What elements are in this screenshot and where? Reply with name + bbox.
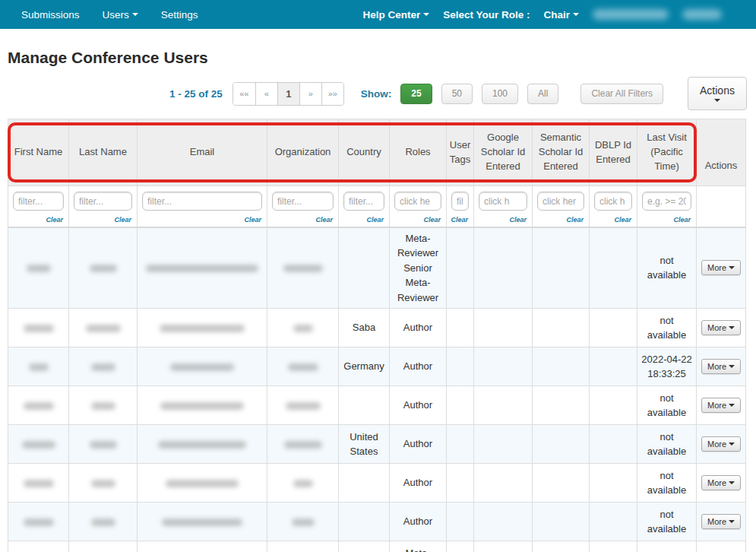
redacted-nav-item[interactable] xyxy=(593,9,669,20)
cell-last-visit: not available xyxy=(637,309,697,347)
more-dropdown-button[interactable]: More xyxy=(701,475,741,490)
clear-filter-link[interactable]: Clear xyxy=(673,216,691,224)
header-row: First Name Last Name Email Organization … xyxy=(8,119,746,186)
redacted-text xyxy=(91,402,115,410)
more-dropdown-button[interactable]: More xyxy=(701,359,741,374)
clear-filter-link[interactable]: Clear xyxy=(366,216,384,224)
email-filter-input[interactable] xyxy=(142,192,262,211)
col-header-user-tags: User Tags xyxy=(447,119,474,186)
cell-first-name xyxy=(8,541,69,552)
redacted-text xyxy=(162,519,242,526)
page-next-button[interactable]: » xyxy=(299,83,321,105)
cell-dblp xyxy=(590,227,637,309)
cell-google-scholar xyxy=(474,541,533,552)
cell-email xyxy=(138,464,267,503)
clear-filter-link[interactable]: Clear xyxy=(614,216,631,224)
col-header-organization: Organization xyxy=(267,119,339,186)
chevron-down-icon xyxy=(132,13,138,16)
select-role-label: Select Your Role : xyxy=(443,9,530,21)
cell-first-name xyxy=(8,309,69,347)
redacted-text xyxy=(158,441,246,449)
clear-filter-link[interactable]: Clear xyxy=(451,216,468,224)
page-last-button[interactable]: »» xyxy=(321,83,343,105)
cell-country xyxy=(339,503,390,541)
google-scholar-filter-input[interactable] xyxy=(479,192,527,211)
chevron-down-icon xyxy=(729,365,735,368)
chevron-down-icon xyxy=(729,266,735,269)
cell-semantic-scholar xyxy=(533,464,590,503)
redacted-text xyxy=(24,325,54,332)
redacted-text xyxy=(24,402,54,410)
more-dropdown-button[interactable]: More xyxy=(701,514,741,529)
last-name-filter-input[interactable] xyxy=(74,192,132,211)
table-row: Saba Author not available More xyxy=(8,309,746,347)
semantic-scholar-filter-input[interactable] xyxy=(537,192,584,211)
page-size-25-button[interactable]: 25 xyxy=(400,84,432,104)
navbar-right: Help Center Select Your Role : Chair xyxy=(362,9,756,21)
clear-filter-link[interactable]: Clear xyxy=(566,216,584,224)
clear-filter-link[interactable]: Clear xyxy=(315,216,333,224)
redacted-text xyxy=(166,480,239,487)
top-navbar: Submissions Users Settings Help Center S… xyxy=(0,0,756,29)
cell-email xyxy=(138,309,267,347)
col-header-country: Country xyxy=(339,119,390,186)
redacted-text xyxy=(86,325,121,332)
actions-dropdown-button[interactable]: Actions xyxy=(688,77,747,110)
page-size-50-button[interactable]: 50 xyxy=(441,84,473,104)
clear-filter-link[interactable]: Clear xyxy=(423,216,441,224)
cell-user-tags xyxy=(447,464,474,503)
page-number-button[interactable]: 1 xyxy=(277,83,299,105)
more-dropdown-button[interactable]: More xyxy=(701,398,741,413)
cell-google-scholar xyxy=(474,464,533,503)
chevron-down-icon xyxy=(573,13,579,16)
nav-submissions[interactable]: Submissions xyxy=(21,9,80,21)
clear-all-filters-button[interactable]: Clear All Filters xyxy=(580,84,663,104)
page-first-button[interactable]: «« xyxy=(233,83,255,105)
toolbar: 1 - 25 of 25 «« « 1 » »» Show: 25 50 100… xyxy=(0,76,756,111)
more-dropdown-button[interactable]: More xyxy=(701,436,741,452)
nav-settings[interactable]: Settings xyxy=(161,9,198,21)
redacted-text xyxy=(90,441,117,449)
clear-filter-link[interactable]: Clear xyxy=(244,216,261,224)
more-dropdown-button[interactable]: More xyxy=(701,320,741,335)
page-size-100-button[interactable]: 100 xyxy=(482,84,518,104)
filter-cell-google-scholar: Clear xyxy=(474,186,533,227)
page-size-all-button[interactable]: All xyxy=(527,84,558,104)
nav-role-chair[interactable]: Chair xyxy=(543,9,579,21)
organization-filter-input[interactable] xyxy=(272,192,334,211)
page-prev-button[interactable]: « xyxy=(255,83,277,105)
roles-filter-input[interactable] xyxy=(394,192,441,211)
cell-actions: More xyxy=(697,347,746,386)
country-filter-input[interactable] xyxy=(343,192,384,211)
clear-filter-link[interactable]: Clear xyxy=(114,216,131,224)
more-dropdown-button[interactable]: More xyxy=(701,260,741,275)
table-row: Author not available More xyxy=(8,386,746,425)
clear-filter-link[interactable]: Clear xyxy=(46,216,63,224)
chevron-down-icon xyxy=(423,13,429,16)
clear-filter-link[interactable]: Clear xyxy=(509,216,527,224)
table-row: Author not available More xyxy=(8,464,746,503)
redacted-text xyxy=(293,480,313,487)
first-name-filter-input[interactable] xyxy=(13,192,64,211)
chevron-down-icon xyxy=(729,404,735,407)
cell-last-visit: not available xyxy=(637,386,697,425)
last-visit-filter-input[interactable] xyxy=(642,192,691,211)
cell-semantic-scholar xyxy=(533,503,590,541)
cell-user-tags xyxy=(447,541,474,552)
nav-users[interactable]: Users xyxy=(103,9,138,21)
col-header-semantic-scholar: Semantic Scholar Id Entered xyxy=(533,119,590,186)
cell-country xyxy=(339,464,390,503)
cell-semantic-scholar xyxy=(533,541,590,552)
redacted-nav-item[interactable] xyxy=(682,9,722,20)
cell-last-name xyxy=(69,503,138,541)
cell-last-name xyxy=(69,541,138,552)
nav-help-center[interactable]: Help Center xyxy=(362,9,429,21)
col-header-roles: Roles xyxy=(390,119,447,186)
user-tags-filter-input[interactable] xyxy=(451,192,469,211)
cell-roles: Meta-Reviewer Senior Meta-Reviewer xyxy=(390,227,447,309)
dblp-filter-input[interactable] xyxy=(594,192,632,211)
cell-actions: More xyxy=(697,464,746,503)
show-label: Show: xyxy=(361,88,392,100)
redacted-text xyxy=(283,265,323,272)
table-row: Germany Author 2022-04-22 18:33:25 More xyxy=(8,347,746,386)
